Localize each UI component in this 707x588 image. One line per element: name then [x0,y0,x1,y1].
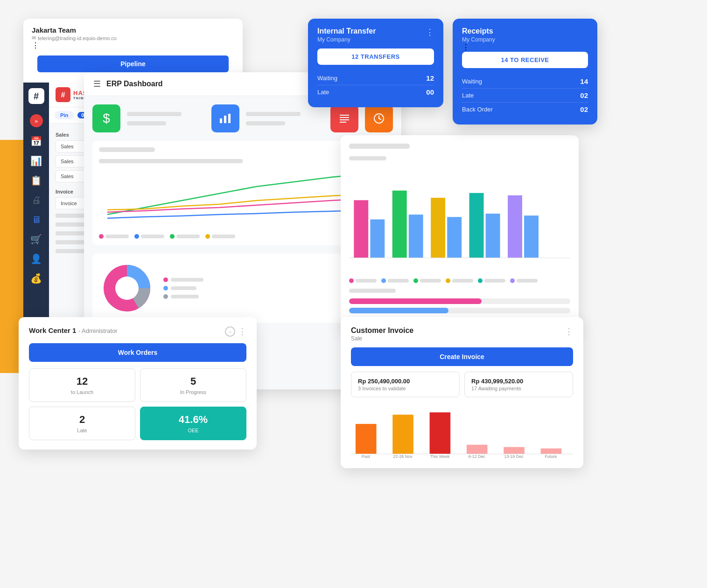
invoice-desc-1: 3 Invoices to validate [358,386,453,391]
svg-rect-27 [430,412,451,454]
nav-icon-monitor[interactable]: 🖥 [27,211,46,228]
transfer-title: Internal Transfer [317,27,376,35]
invoice-stats: Rp 250,490,000.00 3 Invoices to validate… [351,372,573,397]
workcenter-header: Work Center 1 - Administrator ○ ⋮ [29,326,246,337]
pie-chart-svg [99,260,155,316]
nav-icon-calendar[interactable]: 📅 [27,133,46,150]
svg-rect-18 [431,198,445,258]
nav-icon-print[interactable]: 🖨 [27,192,46,208]
erp-text-placeholder2 [246,111,324,127]
pipeline-button[interactable]: Pipeline [37,55,229,72]
nav-icon-chart[interactable]: 📊 [27,152,46,169]
legend-green [99,234,129,239]
stat-late: 2 Late [29,407,135,440]
stat-in-progress: 5 In Progress [140,368,246,402]
progress-bar-2 [349,308,570,313]
bar-chart-legend [349,278,570,283]
invoice-amount-2: Rp 430,999,520.00 [471,378,566,385]
bar-chart-area [349,166,570,273]
receipts-card: Receipts My Company ⋮ 14 TO RECEIVE Wait… [453,19,597,125]
receipts-title-group: Receipts My Company [462,27,588,43]
invoice-stat-awaiting: Rp 430,999,520.00 17 Awaiting payments [464,372,573,397]
legend-item-5 [478,278,505,283]
receipts-title: Receipts [462,27,588,35]
email-icon: ✉ [32,35,36,41]
create-invoice-button[interactable]: Create Invoice [351,347,573,366]
legend-yellow [205,234,235,239]
invoice-amount-1: Rp 250,490,000.00 [358,378,453,385]
svg-text:#: # [61,91,65,99]
work-orders-button[interactable]: Work Orders [29,343,246,362]
nav-icon-wallet[interactable]: 💰 [27,270,46,287]
transfer-stat-waiting: Waiting 12 [317,71,434,85]
svg-rect-28 [467,445,488,454]
workcenter-circle-icon[interactable]: ○ [225,326,235,337]
invoice-header: Customer Invoice Sale ⋮ [351,326,573,342]
legend-item-1 [349,278,377,283]
nav-icon-cart[interactable]: 🛒 [27,231,46,248]
workcenter-controls: ○ ⋮ [225,326,246,337]
progress-bar-1 [349,298,570,304]
svg-rect-6 [340,117,349,118]
late-value: 2 [34,414,130,426]
svg-rect-23 [524,215,539,258]
legend-item-6 [510,278,538,283]
svg-text:This Week: This Week [430,454,449,459]
svg-rect-20 [469,193,484,258]
legend-item-4 [446,278,473,283]
erp-icon-clock [365,104,393,132]
erp-icon-list [330,104,358,132]
receipts-button[interactable]: 14 TO RECEIVE [462,52,588,68]
erp-icon-row: $ [92,104,393,132]
internal-transfer-card: Internal Transfer My Company ⋮ 12 TRANSF… [308,19,443,107]
filter-pill[interactable]: Pin [55,111,74,119]
late-label: Late [34,428,130,433]
workcenter-more-icon[interactable]: ⋮ [238,326,246,337]
workcenter-card: Work Center 1 - Administrator ○ ⋮ Work O… [19,317,257,450]
customer-invoice-card: Customer Invoice Sale ⋮ Create Invoice R… [341,317,583,468]
nav-logo: # [28,87,45,105]
erp-text-placeholder [127,111,205,127]
svg-text:Future: Future [545,454,557,459]
bar-chart-card [341,135,579,331]
expand-button[interactable]: » [30,114,43,127]
pie-legend [163,277,203,299]
sidebar-more-icon[interactable]: ⋮ [32,42,39,49]
invoice-more-icon[interactable]: ⋮ [565,326,573,337]
svg-rect-29 [504,447,525,454]
oee-label: OEE [145,428,241,433]
transfers-button[interactable]: 12 TRANSFERS [317,48,434,65]
invoice-stat-validate: Rp 250,490,000.00 3 Invoices to validate [351,372,460,397]
svg-rect-25 [356,424,377,454]
in-progress-value: 5 [145,375,241,387]
invoice-desc-2: 17 Awaiting payments [471,386,566,391]
svg-rect-4 [228,114,231,123]
receipts-stat-backorder: Back Order 02 [462,103,588,116]
nav-icon-list[interactable]: 📋 [27,172,46,189]
nav-icon-person[interactable]: 👤 [27,250,46,267]
pie-legend-gray [163,294,203,299]
svg-text:Past: Past [362,454,370,459]
invoice-bar-chart: Past 22-28 Nov This Week 6-12 Dec 13-19 … [351,403,573,459]
bar-chart-subtitle [349,156,386,160]
pie-legend-blue [163,286,203,291]
transfer-title-group: Internal Transfer My Company [317,27,376,43]
svg-rect-8 [340,122,346,123]
svg-rect-21 [486,214,500,258]
svg-text:22-28 Nov: 22-28 Nov [393,454,413,459]
stat-to-launch: 12 to Launch [29,368,135,402]
svg-rect-15 [370,220,385,258]
pie-legend-pink [163,277,203,282]
hamburger-icon[interactable]: ☰ [93,79,101,89]
legend-green2 [170,234,200,239]
svg-rect-16 [392,191,407,258]
legend-blue [134,234,164,239]
workcenter-stats-grid: 12 to Launch 5 In Progress 2 Late 41.6% … [29,368,246,440]
receipts-more-icon[interactable]: ⋮ [462,43,469,51]
svg-rect-17 [409,214,423,258]
workcenter-title-group: Work Center 1 - Administrator [29,326,118,335]
bar-chart-title [349,144,410,149]
invoice-title: Customer Invoice [351,326,413,335]
svg-rect-3 [224,116,226,123]
transfer-more-icon[interactable]: ⋮ [426,27,434,37]
